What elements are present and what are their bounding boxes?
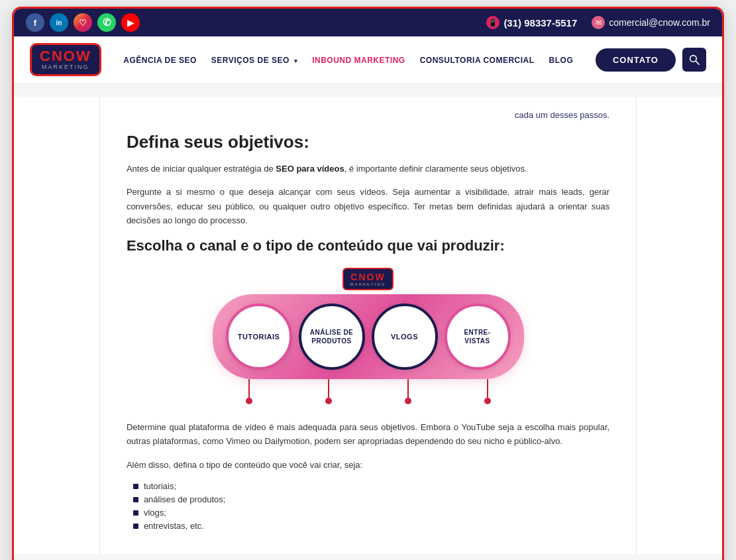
social-icons: f in ♡ ✆ ▶ [26, 13, 140, 32]
nav-link-blog[interactable]: BLOG [549, 56, 574, 65]
search-button[interactable] [682, 48, 706, 72]
contact-info: 📱 (31) 98337-5517 ✉ comercial@cnow.com.b… [486, 16, 710, 29]
search-icon [689, 54, 700, 65]
whatsapp-icon[interactable]: ✆ [97, 13, 116, 32]
list-item-analises: análises de produtos; [133, 494, 609, 504]
facebook-icon[interactable]: f [26, 13, 44, 32]
list-item-vlogs: vlogs; [133, 508, 609, 518]
contato-button[interactable]: CONTATO [596, 48, 676, 72]
content-list: tutoriais; análises de produtos; vlogs; … [127, 481, 609, 531]
content-area: cada um desses passos. Defina seus objet… [100, 97, 636, 554]
infographic-logo-box: CNOW MARKETING [342, 268, 394, 290]
infographic-lines [209, 379, 527, 404]
line-3 [407, 379, 409, 398]
para3: Determine qual plataforma de vídeo é mai… [127, 420, 609, 449]
email-address: comercial@cnow.com.br [609, 17, 710, 28]
para2: Pergunte a si mesmo o que deseja alcança… [127, 185, 609, 227]
list-text-analises: análises de produtos; [144, 494, 226, 504]
bullet-2 [133, 497, 138, 502]
line-1 [248, 379, 250, 398]
logo-c: C [40, 48, 52, 64]
line-col-4 [484, 379, 491, 404]
section2-title: Escolha o canal e o tipo de conteúdo que… [127, 237, 609, 254]
dot-2 [325, 398, 332, 404]
infographic-logo-now: NOW [358, 272, 385, 282]
nav-link-servicos[interactable]: SERVIÇOS DE SEO ▾ [211, 56, 297, 65]
nav-link-inbound[interactable]: INBOUND MARKETING [312, 56, 405, 65]
nav-link-consultoria[interactable]: CONSULTORIA COMERCIAL [420, 56, 535, 65]
section1-title: Defina seus objetivos: [127, 132, 609, 152]
para4: Além disso, defina o tipo de conteúdo qu… [127, 458, 609, 472]
nav-right: CONTATO [596, 48, 706, 72]
logo-now: NOW [52, 48, 91, 64]
phone-icon: 📱 [486, 16, 499, 29]
list-item-tutoriais: tutoriais; [133, 481, 609, 491]
circle-vlogs: VLOGS [372, 304, 438, 370]
nav-item-inbound[interactable]: INBOUND MARKETING [312, 54, 405, 66]
infographic-logo-text: CNOW [350, 272, 385, 282]
list-text-entrevistas: entrevistas, etc. [144, 521, 204, 531]
list-text-vlogs: vlogs; [144, 508, 166, 518]
infographic-logo: CNOW MARKETING [342, 268, 394, 290]
para1: Antes de iniciar qualquer estratégia de … [127, 162, 609, 176]
svg-line-1 [696, 61, 699, 64]
infographic-logo-c: C [350, 272, 358, 282]
youtube-icon[interactable]: ▶ [121, 13, 140, 32]
line-col-2 [325, 379, 332, 404]
sidebar-right [636, 97, 722, 554]
linkedin-icon[interactable]: in [50, 13, 68, 32]
nav-bar: CNOW MARKETING AGÊNCIA DE SEO SERVIÇOS D… [14, 36, 722, 84]
line-col-1 [246, 379, 252, 404]
main-wrapper: cada um desses passos. Defina seus objet… [14, 84, 722, 560]
logo-text: CNOW [40, 49, 91, 64]
logo-box: CNOW MARKETING [30, 43, 101, 76]
nav-item-agencia[interactable]: AGÊNCIA DE SEO [123, 54, 197, 66]
email-icon: ✉ [592, 16, 605, 29]
nav-link-agencia[interactable]: AGÊNCIA DE SEO [123, 56, 197, 65]
circle-analise: ANÁLISE DEPRODUTOS [299, 304, 365, 370]
line-col-3 [405, 379, 411, 404]
nav-item-consultoria[interactable]: CONSULTORIA COMERCIAL [420, 54, 535, 66]
svg-point-0 [690, 56, 697, 62]
infographic-container: CNOW MARKETING TUTORIAIS ANÁLISE DEPRODU… [127, 268, 609, 404]
circle-tutoriais: TUTORIAIS [226, 304, 292, 370]
logo-area: CNOW MARKETING [30, 43, 101, 76]
nav-item-blog[interactable]: BLOG [549, 54, 574, 66]
phone-contact: 📱 (31) 98337-5517 [486, 16, 577, 29]
dot-3 [405, 398, 411, 404]
circle-entrevistas: ENTRE-VISTAS [445, 304, 511, 370]
nav-item-servicos[interactable]: SERVIÇOS DE SEO ▾ [211, 54, 297, 66]
list-item-entrevistas: entrevistas, etc. [133, 521, 609, 531]
infographic-logo-sub: MARKETING [350, 282, 386, 286]
infographic-band: TUTORIAIS ANÁLISE DEPRODUTOS VLOGS ENTRE… [213, 294, 524, 379]
bullet-3 [133, 510, 138, 516]
instagram-icon[interactable]: ♡ [74, 13, 92, 32]
bullet-1 [133, 484, 138, 489]
top-bar: f in ♡ ✆ ▶ 📱 (31) 98337-5517 ✉ comercial… [14, 9, 722, 36]
email-contact: ✉ comercial@cnow.com.br [592, 16, 710, 29]
line-4 [487, 379, 488, 398]
bold-seo: SEO para vídeos [276, 164, 344, 174]
phone-number: (31) 98337-5517 [503, 17, 577, 28]
logo-subtitle: MARKETING [42, 64, 89, 70]
nav-links: AGÊNCIA DE SEO SERVIÇOS DE SEO ▾ INBOUND… [123, 54, 573, 66]
list-text-tutoriais: tutoriais; [144, 481, 176, 491]
dot-4 [484, 398, 491, 404]
browser-frame: f in ♡ ✆ ▶ 📱 (31) 98337-5517 ✉ comercial… [12, 7, 724, 560]
intro-text: cada um desses passos. [127, 110, 609, 120]
line-2 [328, 379, 329, 398]
bullet-4 [133, 524, 138, 529]
dot-1 [246, 398, 252, 404]
dropdown-arrow: ▾ [294, 58, 298, 64]
sidebar-left [14, 97, 100, 554]
